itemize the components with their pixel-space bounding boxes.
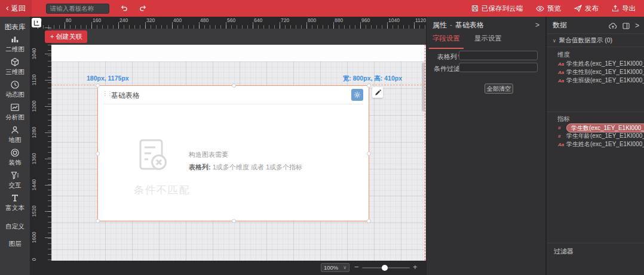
sidebar-item-map[interactable]: 地图 [0, 125, 30, 144]
tab-display-settings[interactable]: 显示设置 [471, 32, 505, 48]
field-item[interactable]: #学生数(exc_1EY_E1KI000_F1) [547, 123, 643, 132]
resize-handle-w[interactable] [96, 152, 100, 156]
sidebar-item-layers[interactable]: 图层 [0, 240, 30, 248]
sidebar-item-dynamic-chart[interactable]: 动态图 [0, 80, 30, 99]
sidebar-item-label: 动态图 [0, 91, 30, 99]
h-ruler-tick: 480 [200, 17, 208, 23]
resize-handle-nw[interactable] [96, 84, 100, 88]
resize-handle-s[interactable] [232, 219, 236, 223]
field-item[interactable]: Aa学生班级(exc_1EY_E1KI000_F5) [547, 76, 643, 85]
create-link-button[interactable]: + 创建关联 [45, 30, 87, 43]
field-item[interactable]: Aa学生姓名(exc_1EY_E1KI000_F2) [547, 60, 643, 68]
field-item[interactable]: Aa学生姓名(exc_1EY_E1KI000_F2) [547, 140, 643, 149]
h-ruler-tick: 400 [173, 17, 182, 23]
text-field-icon: Aa [558, 142, 566, 147]
zoom-slider[interactable] [362, 267, 410, 268]
zoom-out-button[interactable]: − [354, 262, 359, 271]
widget-position-label: 180px, 1175px [87, 75, 129, 82]
save-status-label: 已保存到云端 [482, 4, 523, 13]
panel-switch-icon[interactable] [622, 23, 630, 29]
v-ruler-tick: 1360 [31, 150, 37, 168]
sidebar-item-label: 装饰 [0, 159, 30, 167]
v-ruler-tick: 1600 [31, 228, 37, 246]
resize-handle-se[interactable] [367, 219, 371, 223]
field-item[interactable]: #学生年龄(exc_1EY_E1KI000_F4) [547, 132, 643, 140]
back-label: 返回 [11, 4, 26, 14]
properties-context: 基础表格 [455, 20, 484, 30]
sidebar-item-interaction[interactable]: 交互 [0, 171, 30, 190]
sidebar-item-2d-chart[interactable]: 二维图 [0, 35, 30, 54]
measure-list: #学生数(exc_1EY_E1KI000_F1)#学生年龄(exc_1EY_E1… [547, 123, 643, 149]
collapse-properties-icon[interactable]: > [535, 21, 539, 29]
zoom-level-select[interactable]: 100% ∨ [321, 263, 349, 272]
widget-settings-button[interactable] [351, 89, 363, 101]
preview-button[interactable]: 预览 [536, 4, 561, 13]
save-status: 已保存到云端 [471, 4, 523, 13]
undo-button[interactable] [119, 3, 130, 14]
pencil-icon [375, 89, 381, 96]
sidebar-item-label: 富文本 [0, 204, 30, 212]
text-field-icon: Aa [558, 61, 566, 67]
v-ruler-tick: 1440 [31, 176, 37, 194]
empty-requirement-label: 表格列: [189, 163, 211, 171]
chevron-down-icon: ∨ [343, 265, 346, 270]
field-item-label: 学生性别(exc_1EY_E1KI000_F3) [566, 68, 644, 76]
resize-handle-n[interactable] [232, 84, 236, 88]
publish-label: 发布 [585, 4, 599, 13]
v-ruler-tick: 1120 [31, 71, 37, 89]
data-panel-actions: > [609, 21, 639, 30]
h-ruler: 0801602403204004805606407208008809601040… [30, 17, 426, 29]
h-ruler-tick: 720 [281, 17, 289, 23]
canvas-vertical-scrollbar[interactable] [422, 63, 425, 112]
canvas-area: 0801602403204004805606407208008809601040… [30, 17, 426, 275]
collapse-data-panel-icon[interactable]: > [635, 21, 639, 30]
sidebar-item-decoration[interactable]: 装饰 [0, 148, 30, 167]
divider [547, 33, 644, 34]
dashboard-editor: ‹ 返回 已保存到云端 预览 发布 导出 [0, 0, 644, 275]
preview-label: 预览 [547, 4, 561, 13]
table-column-input[interactable] [459, 51, 538, 60]
export-button[interactable]: 导出 [612, 4, 636, 13]
widget-header-divider [103, 104, 363, 104]
table-widget[interactable]: ⋮⋮ 基础表格 构造图表需要 表格列: 1或多个维度 或者 1或多个指标 条件不… [97, 85, 369, 221]
sidebar-item-label: 二维图 [0, 45, 30, 54]
aggregate-toggle-row[interactable]: ∨ 聚合值数据显示 (0) [553, 36, 639, 45]
data-panel: 数据 > ∨ 聚合值数据显示 (0) 维度 Aa学生姓名(exc_1EY_E1K… [545, 17, 644, 275]
board-name-input[interactable] [46, 4, 109, 14]
resize-handle-ne[interactable] [367, 84, 371, 88]
tab-field-settings[interactable]: 字段设置 [429, 32, 464, 49]
widget-size-label: 宽: 800px, 高: 410px [343, 75, 402, 83]
field-item[interactable]: Aa学生性别(exc_1EY_E1KI000_F3) [547, 68, 643, 76]
resize-handle-sw[interactable] [96, 219, 100, 223]
table-column-label: 表格列* [429, 52, 460, 61]
top-bar-actions: 已保存到云端 预览 发布 导出 [471, 0, 636, 17]
zoom-slider-thumb[interactable] [382, 265, 388, 271]
sidebar-item-rich-text[interactable]: 富文本 [0, 193, 30, 212]
empty-chart-icon [139, 138, 167, 175]
eye-icon [536, 5, 544, 12]
condition-filter-label: 条件过滤 [429, 64, 460, 73]
clear-all-button[interactable]: 全部清空 [484, 84, 513, 94]
sidebar-item-3d-chart[interactable]: 三维图 [0, 57, 30, 76]
empty-requirement-text: 1或多个维度 或者 1或多个指标 [213, 163, 302, 171]
v-ruler: 104011201200128013601440152016001680 [30, 29, 51, 261]
publish-button[interactable]: 发布 [574, 4, 599, 13]
text-field-icon: Aa [558, 70, 566, 75]
widget-edit-button[interactable] [372, 87, 383, 98]
sidebar-item-analysis-chart[interactable]: 分析图 [0, 103, 30, 122]
back-button[interactable]: ‹ 返回 [0, 0, 32, 17]
v-ruler-tick: 1520 [31, 202, 37, 220]
condition-filter-input[interactable] [459, 63, 538, 72]
zoom-in-button[interactable]: + [413, 262, 418, 271]
selection-guide-left [51, 85, 97, 85]
sidebar-item-custom[interactable]: 自定义 [0, 223, 30, 231]
bar-chart-icon [0, 35, 30, 44]
cloud-sync-icon[interactable] [609, 23, 617, 29]
redo-button[interactable] [138, 3, 149, 14]
resize-handle-e[interactable] [367, 152, 371, 156]
rich-text-icon [0, 193, 30, 203]
drag-handle-icon[interactable]: ⋮⋮ [102, 90, 112, 97]
ruler-corner-icon[interactable] [32, 18, 41, 27]
cube-icon [0, 57, 30, 67]
sidebar-item-label: 分析图 [0, 113, 30, 122]
